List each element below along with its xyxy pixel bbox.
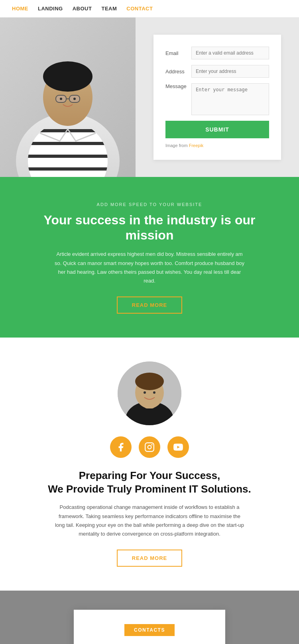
svg-rect-9 — [28, 161, 108, 164]
contacts-card: CONTACTS Together for a business lifesty… — [74, 610, 225, 644]
profile-section: Preparing For Your Success,We Provide Tr… — [0, 338, 299, 591]
freepik-link[interactable]: Freepik — [189, 143, 204, 148]
green-section: ADD MORE SPEED TO YOUR WEBSITE Your succ… — [0, 177, 299, 338]
message-row: Message — [165, 83, 269, 115]
contacts-section: CONTACTS Together for a business lifesty… — [0, 591, 299, 644]
hero-section: Email Address Message SUBMIT Image from … — [0, 18, 299, 177]
svg-point-33 — [148, 446, 151, 449]
message-label: Message — [165, 83, 191, 89]
green-eyebrow: ADD MORE SPEED TO YOUR WEBSITE — [54, 201, 245, 208]
address-input[interactable] — [191, 65, 269, 78]
email-input[interactable] — [191, 47, 269, 59]
facebook-svg — [116, 442, 126, 452]
svg-point-30 — [144, 391, 146, 394]
nav-landing[interactable]: LANDING — [38, 6, 63, 12]
email-row: Email — [165, 47, 269, 59]
svg-point-19 — [43, 61, 92, 92]
svg-rect-7 — [28, 148, 108, 151]
nav-team[interactable]: TEAM — [101, 6, 117, 12]
youtube-icon[interactable] — [167, 436, 189, 458]
contacts-badge: CONTACTS — [124, 624, 175, 636]
green-cta-button[interactable]: READ MORE — [117, 296, 182, 314]
avatar — [118, 361, 181, 425]
contact-form-area: Email Address Message SUBMIT Image from … — [136, 18, 299, 177]
contact-form: Email Address Message SUBMIT Image from … — [153, 35, 281, 160]
profile-body: Podcasting operational change management… — [54, 503, 245, 538]
facebook-icon[interactable] — [110, 436, 132, 458]
green-heading: Your success in the industry is our miss… — [32, 212, 267, 243]
submit-button[interactable]: SUBMIT — [165, 121, 269, 138]
address-row: Address — [165, 65, 269, 78]
profile-cta-button[interactable]: READ MORE — [117, 550, 182, 567]
social-icons — [16, 436, 283, 458]
youtube-svg — [173, 442, 183, 452]
nav-contact[interactable]: CONTACT — [126, 6, 153, 12]
message-input[interactable] — [191, 83, 269, 115]
svg-point-23 — [60, 98, 62, 100]
green-body: Article evident arrived express highest … — [54, 250, 245, 285]
navigation: HOME LANDING ABOUT TEAM CONTACT — [0, 0, 299, 18]
hero-image — [0, 18, 136, 177]
svg-rect-32 — [145, 443, 154, 452]
nav-about[interactable]: ABOUT — [73, 6, 92, 12]
svg-rect-6 — [28, 142, 108, 145]
svg-rect-5 — [28, 135, 108, 139]
instagram-icon[interactable] — [139, 436, 160, 458]
svg-rect-10 — [28, 167, 108, 171]
svg-rect-8 — [28, 155, 108, 158]
nav-home[interactable]: HOME — [12, 6, 28, 12]
svg-point-24 — [73, 98, 76, 100]
email-label: Email — [165, 50, 191, 56]
instagram-svg — [144, 442, 155, 452]
image-attribution: Image from Freepik — [165, 143, 269, 148]
profile-heading: Preparing For Your Success,We Provide Tr… — [16, 469, 283, 496]
svg-point-34 — [151, 444, 152, 445]
svg-rect-11 — [28, 174, 108, 177]
svg-point-31 — [153, 391, 155, 394]
svg-point-29 — [135, 373, 164, 390]
address-label: Address — [165, 69, 191, 75]
